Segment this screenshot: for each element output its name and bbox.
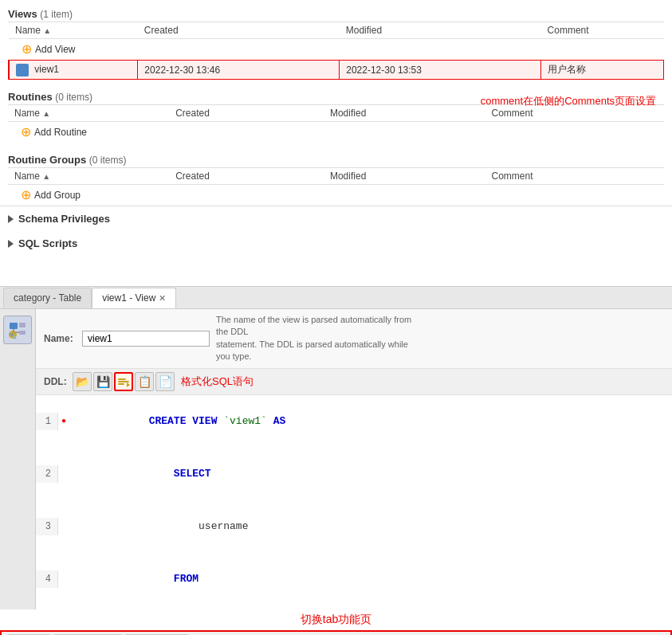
routines-table: Name ▲ Created Modified Comment ⊕ Add Ro… — [8, 105, 664, 143]
switch-tab-hint: 切换tab功能页 — [0, 610, 672, 630]
add-group-icon: ⊕ — [21, 189, 31, 202]
svg-text:🔧: 🔧 — [9, 331, 17, 339]
code-line-3: 3 username — [36, 500, 672, 553]
routines-col-name: Name ▲ — [8, 105, 169, 122]
name-label: Name: — [44, 333, 76, 344]
rg-col-modified: Modified — [324, 168, 485, 185]
col-created: Created — [138, 22, 340, 39]
routines-section: Routines (0 items) Name ▲ Created Modifi… — [0, 83, 672, 143]
col-name: Name ▲ — [9, 22, 138, 39]
tab-view1-label: view1 - View — [102, 292, 155, 304]
routine-groups-section: Routine Groups (0 items) Name ▲ Created … — [0, 146, 672, 206]
add-routine-label: Add Routine — [34, 127, 87, 138]
format-hint-text: 格式化SQL语句 — [181, 374, 253, 389]
routine-groups-count: (0 items) — [89, 155, 127, 166]
name-hint: The name of the view is parsed automatic… — [216, 314, 423, 363]
kw-as: AS — [267, 415, 285, 427]
view1-comment: 用户名称 — [541, 61, 664, 80]
rg-col-created: Created — [169, 168, 324, 185]
col-modified: Modified — [340, 22, 541, 39]
tab-category-table[interactable]: category - Table — [3, 288, 92, 308]
col-comment: Comment — [541, 22, 664, 39]
sql-triangle-icon — [8, 240, 14, 248]
view1-created: 2022-12-30 13:46 — [138, 61, 340, 80]
view1-name: view1 — [9, 61, 138, 80]
add-view-label: Add View — [35, 44, 75, 55]
views-count: (1 item) — [40, 9, 73, 20]
code-line-4: 4 FROM — [36, 553, 672, 606]
save-file-button[interactable]: 💾 — [93, 372, 112, 391]
views-table: Name ▲ Created Modified Comment ⊕ Add Vi… — [8, 22, 664, 80]
tab-category-label: category - Table — [14, 292, 81, 304]
add-routine-row[interactable]: ⊕ Add Routine — [8, 122, 664, 143]
view-name-tick: `view1` — [223, 415, 267, 427]
add-icon: ⊕ — [22, 43, 32, 56]
svg-rect-0 — [10, 323, 18, 329]
routine-groups-table: Name ▲ Created Modified Comment ⊕ Add Gr… — [8, 168, 664, 206]
open-file-button[interactable]: 📂 — [73, 372, 92, 391]
rg-col-comment: Comment — [485, 168, 664, 185]
view-editor: 🔧 Name: The name of the view is parsed a… — [0, 309, 672, 610]
code-editor[interactable]: 1 ● CREATE VIEW `view1` AS 2 SELECT 3 — [36, 395, 672, 610]
view1-modified: 2022-12-30 13:53 — [340, 61, 541, 80]
views-section: Views (1 item) Name ▲ Created Modified C… — [0, 0, 672, 80]
routines-col-created: Created — [169, 105, 324, 122]
schema-browser-panel: Views (1 item) Name ▲ Created Modified C… — [0, 0, 672, 287]
view-icon — [16, 64, 29, 76]
tabs-bar: category - Table view1 - View ✕ — [0, 287, 672, 309]
routine-groups-title: Routine Groups — [8, 154, 86, 166]
view-editor-icon: 🔧 — [3, 316, 32, 344]
format-sql-button[interactable] — [114, 372, 133, 391]
format-icon — [117, 375, 130, 388]
code-line-1: 1 ● CREATE VIEW `view1` AS — [36, 395, 672, 448]
kw-select: SELECT — [149, 468, 211, 480]
sql-scripts-section[interactable]: SQL Scripts — [0, 231, 672, 256]
routine-groups-header: Routine Groups (0 items) — [8, 151, 664, 168]
routines-title: Routines — [8, 91, 53, 103]
tab-view1[interactable]: view1 - View ✕ — [92, 288, 176, 308]
views-header: Views (1 item) — [8, 5, 664, 22]
routines-count: (0 items) — [55, 92, 92, 103]
sql-scripts-label: SQL Scripts — [18, 237, 77, 249]
schema-icon: 🔧 — [8, 320, 27, 339]
schema-privileges-section[interactable]: Schema Privileges — [0, 206, 672, 231]
view1-row[interactable]: view1 2022-12-30 13:46 2022-12-30 13:53 … — [9, 61, 664, 80]
add-group-row[interactable]: ⊕ Add Group — [8, 185, 664, 206]
paste-button[interactable]: 📄 — [155, 372, 175, 391]
svg-rect-8 — [118, 381, 129, 382]
svg-marker-10 — [127, 382, 130, 387]
close-tab-icon[interactable]: ✕ — [159, 293, 166, 304]
views-title: Views — [8, 8, 37, 20]
svg-rect-9 — [118, 383, 124, 385]
svg-rect-4 — [19, 331, 26, 335]
schema-privileges-label: Schema Privileges — [18, 213, 110, 225]
copy-button[interactable]: 📋 — [135, 372, 154, 391]
kw-from: FROM — [149, 573, 198, 585]
val-username: username — [149, 520, 249, 532]
editor-sidebar: 🔧 — [0, 309, 36, 610]
triangle-icon — [8, 215, 14, 223]
svg-rect-7 — [118, 378, 126, 380]
ddl-label: DDL: — [44, 376, 68, 387]
add-group-label: Add Group — [34, 190, 81, 201]
bottom-tabs-bar: View Comments Privileges — [0, 630, 672, 635]
code-line-2: 2 SELECT — [36, 448, 672, 500]
editor-main: Name: The name of the view is parsed aut… — [36, 309, 672, 610]
code-line-5: 5 user — [36, 606, 672, 610]
kw-create: CREATE VIEW — [149, 415, 224, 427]
editor-name-row: Name: The name of the view is parsed aut… — [36, 309, 672, 369]
name-input[interactable] — [82, 331, 210, 347]
comment-hint: comment在低侧的Comments页面设置 — [481, 94, 656, 108]
routines-col-modified: Modified — [324, 105, 485, 122]
rg-col-name: Name ▲ — [8, 168, 169, 185]
add-routine-icon: ⊕ — [21, 126, 31, 139]
ddl-toolbar: DDL: 📂 💾 📋 📄 格式化SQL语句 — [36, 369, 672, 395]
add-view-row[interactable]: ⊕ Add View — [9, 39, 664, 61]
svg-rect-1 — [19, 323, 26, 327]
